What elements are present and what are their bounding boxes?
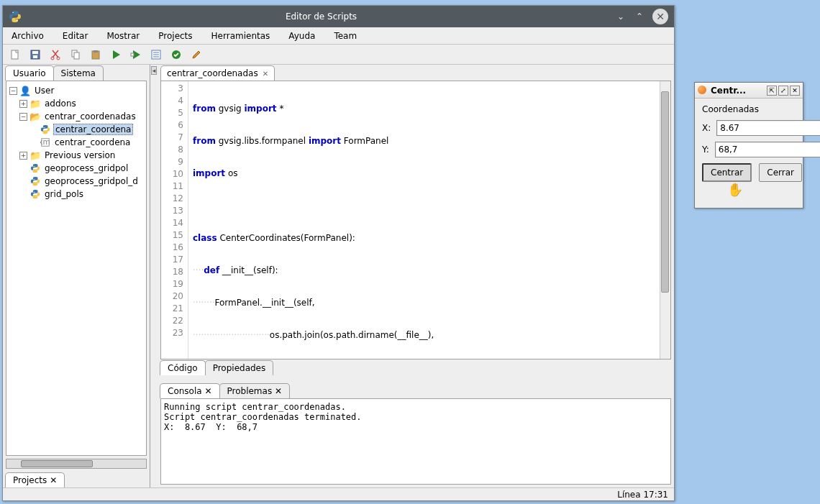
tree-root[interactable]: User (33, 86, 55, 96)
form-close-icon[interactable]: ✕ (790, 86, 800, 96)
form-title-bar[interactable]: Centr... ⇱ ⤢ ✕ (695, 83, 803, 98)
x-label: X: (702, 123, 711, 133)
python-file-icon (29, 162, 41, 174)
tree-centrar[interactable]: centrar_coordenadas (43, 111, 137, 122)
form-maximize-icon[interactable]: ⤢ (778, 86, 788, 96)
tree-addons[interactable]: addons (43, 98, 78, 109)
window-title: Editor de Scripts (27, 12, 615, 22)
close-tab-icon[interactable]: ✕ (275, 386, 282, 396)
cursor-position: Línea 17:31 (617, 490, 668, 500)
centrar-button[interactable]: Centrar (702, 163, 752, 182)
editor-window: Editor de Scripts ⌄ ⌃ ✕ Archivo Editar M… (2, 5, 675, 501)
toolbar (3, 45, 674, 65)
check-icon[interactable] (170, 48, 183, 61)
title-bar[interactable]: Editor de Scripts ⌄ ⌃ ✕ (3, 6, 674, 27)
tree-gp1[interactable]: geoprocess_gridpol (43, 163, 129, 173)
folder-icon: 📂 (29, 111, 41, 122)
close-button[interactable]: ✕ (652, 9, 668, 24)
tree-toggle-icon[interactable]: + (19, 152, 27, 160)
tab-codigo[interactable]: Código (160, 360, 206, 375)
tree-tab-sistema[interactable]: Sistema (53, 65, 104, 81)
minimize-button[interactable]: ⌄ (615, 11, 627, 22)
form-group-label: Coordenadas (702, 104, 796, 114)
menu-herramientas[interactable]: Herramientas (209, 29, 273, 42)
svg-rect-11 (94, 50, 98, 52)
python-file-icon (29, 188, 41, 200)
code-vertical-scrollbar[interactable] (660, 81, 670, 359)
svg-point-1 (17, 20, 17, 21)
tab-propiedades[interactable]: Propiedades (205, 360, 274, 375)
status-bar: Línea 17:31 (3, 487, 674, 500)
svg-text:xml: xml (40, 137, 50, 146)
form-app-icon (698, 86, 708, 96)
close-tab-icon[interactable]: ✕ (263, 70, 268, 78)
tree-toggle-icon[interactable]: − (9, 87, 17, 95)
folder-icon: 📁 (29, 150, 41, 161)
tree-centrar-xml[interactable]: centrar_coordena (53, 137, 132, 147)
cut-icon[interactable] (49, 48, 62, 61)
save-icon[interactable] (29, 48, 42, 61)
projects-tab[interactable]: Projects ✕ (5, 472, 65, 487)
tab-consola[interactable]: Consola ✕ (160, 383, 220, 398)
tree-panel: Usuario Sistema −👤User +📁addons −📂centra… (3, 65, 150, 487)
menu-mostrar[interactable]: Mostrar (104, 29, 142, 42)
cerrar-button[interactable]: Cerrar (759, 163, 802, 182)
menu-ayuda[interactable]: Ayuda (286, 29, 318, 42)
python-file-icon (29, 175, 41, 187)
tab-problemas[interactable]: Problemas ✕ (219, 383, 291, 398)
svg-rect-9 (74, 52, 79, 59)
python-file-icon (40, 124, 51, 135)
run-selection-icon[interactable] (129, 48, 142, 61)
horizontal-splitter[interactable] (158, 375, 674, 382)
tree-prev[interactable]: Previous version (43, 150, 117, 160)
close-tab-icon[interactable]: ✕ (204, 386, 211, 396)
list-icon[interactable] (150, 48, 163, 61)
code-lines[interactable]: from gvsig import * from gvsig.libs.form… (188, 81, 670, 359)
y-label: Y: (702, 145, 709, 155)
svg-rect-2 (12, 50, 18, 59)
tree-grid[interactable]: grid_pols (43, 189, 85, 199)
tree-toggle-icon[interactable]: + (19, 100, 27, 108)
user-icon: 👤 (19, 85, 31, 96)
splitter-arrow-icon[interactable]: ◂ (151, 66, 158, 75)
svg-rect-5 (33, 55, 37, 58)
editor-tab[interactable]: centrar_coordenadas✕ (160, 65, 275, 81)
svg-point-0 (12, 12, 13, 13)
paste-icon[interactable] (89, 48, 102, 61)
form-title-text: Centr... (711, 86, 767, 96)
python-app-icon (9, 10, 22, 23)
xml-file-icon: xml (40, 137, 51, 148)
tree-horizontal-scrollbar[interactable] (6, 459, 147, 469)
menu-team[interactable]: Team (331, 29, 360, 42)
tree-toggle-icon[interactable]: − (19, 113, 27, 121)
y-input[interactable] (715, 142, 820, 157)
copy-icon[interactable] (69, 48, 82, 61)
svg-rect-4 (32, 51, 38, 54)
line-gutter: 34567891011121314151617181920212223 (161, 81, 188, 359)
svg-rect-12 (131, 53, 134, 56)
menu-projects[interactable]: Projects (155, 29, 195, 42)
tree-tab-usuario[interactable]: Usuario (5, 65, 54, 81)
tree-gp2[interactable]: geoprocess_gridpol_d (43, 176, 140, 186)
brush-icon[interactable] (190, 48, 203, 61)
new-file-icon[interactable] (9, 48, 22, 61)
menu-editar[interactable]: Editar (60, 29, 91, 42)
form-dialog: Centr... ⇱ ⤢ ✕ Coordenadas X: Y: Centrar… (694, 82, 803, 209)
console-output[interactable]: Running script centrar_coordenadas. Scri… (160, 398, 671, 485)
x-input[interactable] (716, 120, 820, 136)
tree-centrar-py[interactable]: centrar_coordena (53, 124, 133, 135)
vertical-splitter[interactable]: ◂ (150, 65, 158, 487)
run-icon[interactable] (109, 48, 122, 61)
menu-bar: Archivo Editar Mostrar Projects Herramie… (3, 27, 674, 45)
maximize-button[interactable]: ⌃ (634, 11, 645, 22)
menu-archivo[interactable]: Archivo (9, 29, 47, 42)
form-restore-icon[interactable]: ⇱ (767, 86, 777, 96)
code-editor[interactable]: 34567891011121314151617181920212223 from… (160, 81, 671, 359)
close-tab-icon[interactable]: ✕ (50, 475, 57, 485)
folder-icon: 📁 (29, 98, 41, 109)
tree-body[interactable]: −👤User +📁addons −📂centrar_coordenadas ce… (6, 81, 147, 456)
